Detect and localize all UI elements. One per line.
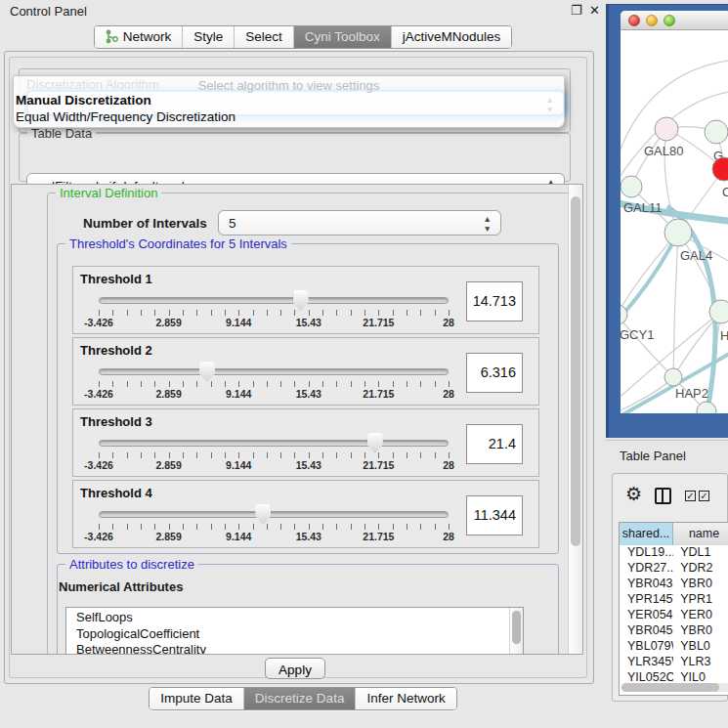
settings-scrollbar[interactable] xyxy=(568,185,582,654)
threshold-slider-track[interactable] xyxy=(99,440,449,447)
threshold-value-field[interactable]: 11.344 xyxy=(466,495,523,535)
table-row[interactable]: YBL079WYBL0 xyxy=(620,639,728,655)
attribute-list-item[interactable]: TopologicalCoefficient xyxy=(66,626,523,643)
threshold-value-field[interactable]: 14.713 xyxy=(466,281,523,321)
network-node-g[interactable] xyxy=(705,120,728,144)
tab-network[interactable]: Network xyxy=(95,26,183,48)
checkbox-icon[interactable]: ✓ xyxy=(685,491,696,501)
column-header-shared-name[interactable]: shared... xyxy=(620,523,673,545)
slider-tick xyxy=(112,452,113,458)
threshold-slider-track[interactable] xyxy=(99,297,449,304)
tab-jactivemnodules[interactable]: jActiveMNodules xyxy=(391,26,512,48)
slider-tick xyxy=(169,452,170,458)
cell-name[interactable]: YBR0 xyxy=(673,623,728,639)
tab-discretize-data[interactable]: Discretize Data xyxy=(243,688,356,709)
cell-name[interactable]: YLR3 xyxy=(673,655,728,670)
cell-shared-name[interactable]: YDR27... xyxy=(620,561,673,577)
cell-shared-name[interactable]: YBR043C xyxy=(620,577,673,592)
close-window-icon[interactable]: ✕ xyxy=(589,3,600,18)
settings-scrollbar-thumb[interactable] xyxy=(571,196,580,546)
cell-name[interactable]: YBR0 xyxy=(673,577,728,592)
cell-name[interactable]: YDR2 xyxy=(673,561,728,577)
threshold-label: Threshold 3 xyxy=(80,414,152,429)
table-row[interactable]: YER054CYER0 xyxy=(620,608,728,623)
attributes-scrollbar-thumb[interactable] xyxy=(512,611,521,644)
network-edge[interactable] xyxy=(621,315,673,377)
network-node-h[interactable] xyxy=(709,300,728,323)
threshold-value-field[interactable]: 21.4 xyxy=(466,424,523,464)
cell-name[interactable]: YER0 xyxy=(673,608,728,623)
threshold-value-field[interactable]: 6.316 xyxy=(466,353,523,393)
popup-item-manual-discretization[interactable]: Manual Discretization xyxy=(16,93,151,107)
close-traffic-light-icon[interactable] xyxy=(628,15,640,26)
network-edge[interactable] xyxy=(621,377,673,413)
network-node-hap2[interactable] xyxy=(664,368,682,386)
network-node-gal80[interactable] xyxy=(655,117,678,141)
cell-shared-name[interactable]: YPR145W xyxy=(620,592,673,608)
popup-item-equal-width[interactable]: Equal Width/Frequency Discretization xyxy=(16,109,236,124)
tab-impute-data[interactable]: Impute Data xyxy=(150,688,243,709)
cell-shared-name[interactable]: YBR045C xyxy=(620,623,673,639)
tab-impute-data-label: Impute Data xyxy=(160,691,233,706)
gear-icon[interactable]: ⚙ xyxy=(625,485,642,503)
cell-shared-name[interactable]: YLR345W xyxy=(620,655,673,670)
minimize-traffic-light-icon[interactable] xyxy=(646,15,658,26)
split-columns-icon[interactable] xyxy=(655,488,671,504)
attribute-list-item[interactable]: SelfLoops xyxy=(66,610,523,626)
num-intervals-combobox[interactable]: 5 ▲▼ xyxy=(218,210,501,236)
cell-shared-name[interactable]: YER054C xyxy=(620,608,673,623)
table-data-group-title: Table Data xyxy=(27,126,96,141)
threshold-slider-thumb[interactable] xyxy=(367,433,383,453)
popup-prompt-item[interactable]: Select algorithm to view settings xyxy=(14,78,564,93)
slider-tick-label: -3.426 xyxy=(84,459,113,471)
network-edge[interactable] xyxy=(673,233,678,377)
tab-style[interactable]: Style xyxy=(182,26,234,48)
table-row[interactable]: YBR043CYBR0 xyxy=(620,577,728,592)
slider-tick-label: 2.859 xyxy=(155,388,181,400)
slider-tick xyxy=(364,524,365,530)
cell-shared-name[interactable]: YDL19... xyxy=(620,545,673,561)
attributes-scrollbar[interactable] xyxy=(509,608,523,655)
tab-infer-network[interactable]: Infer Network xyxy=(355,688,455,709)
slider-tick-label: -3.426 xyxy=(84,317,113,328)
table-row[interactable]: YPR145WYPR1 xyxy=(620,592,728,608)
float-window-icon[interactable]: ❐ xyxy=(571,3,582,18)
numerical-attributes-list[interactable]: SelfLoopsTopologicalCoefficientBetweenne… xyxy=(65,607,524,655)
slider-tick xyxy=(294,452,295,458)
network-window[interactable]: GAL80GCGAL11GAL4HGCY1HAP2 xyxy=(621,11,728,413)
column-header-name[interactable]: name xyxy=(673,523,728,545)
table-row[interactable]: YLR345WYLR3 xyxy=(620,655,728,670)
network-edge-highlighted[interactable] xyxy=(621,233,678,323)
attribute-list-item[interactable]: BetweennessCentrality xyxy=(66,642,523,655)
slider-tick xyxy=(238,310,239,316)
network-node-gal11[interactable] xyxy=(621,176,642,197)
apply-button[interactable]: Apply xyxy=(265,658,325,679)
slider-tick xyxy=(169,381,170,387)
cell-name[interactable]: YBL0 xyxy=(673,639,728,655)
threshold-slider-thumb[interactable] xyxy=(255,504,271,525)
threshold-slider-track[interactable] xyxy=(99,368,449,375)
table-row[interactable]: YBR045CYBR0 xyxy=(620,623,728,639)
tab-cyni-toolbox[interactable]: Cyni Toolbox xyxy=(293,26,391,48)
network-node-gal4[interactable] xyxy=(664,219,692,246)
table-row[interactable]: YDL19...YDL1 xyxy=(620,545,728,561)
table-horizontal-scrollbar[interactable] xyxy=(621,683,728,692)
zoom-traffic-light-icon[interactable] xyxy=(664,15,675,26)
threshold-slider-track[interactable] xyxy=(99,511,449,518)
network-canvas[interactable]: GAL80GCGAL11GAL4HGCY1HAP2 xyxy=(621,30,728,413)
network-node[interactable] xyxy=(697,402,716,413)
tab-select[interactable]: Select xyxy=(234,26,293,48)
table-row[interactable]: YDR27...YDR2 xyxy=(620,561,728,577)
cell-name[interactable]: YDL1 xyxy=(673,545,728,561)
slider-tick xyxy=(225,310,226,316)
threshold-slider-thumb[interactable] xyxy=(199,362,215,382)
checkbox-icon[interactable]: ✓ xyxy=(699,491,709,501)
table-horizontal-scrollbar-thumb[interactable] xyxy=(621,683,719,692)
slider-tick xyxy=(112,381,113,387)
top-tab-group: Network Style Select Cyni Toolbox jActiv… xyxy=(94,25,513,49)
cell-shared-name[interactable]: YBL079W xyxy=(620,639,673,655)
slider-tick xyxy=(351,524,352,530)
cell-name[interactable]: YPR1 xyxy=(673,592,728,608)
threshold-slider-thumb[interactable] xyxy=(293,290,309,311)
tab-cyni-toolbox-label: Cyni Toolbox xyxy=(305,29,380,44)
